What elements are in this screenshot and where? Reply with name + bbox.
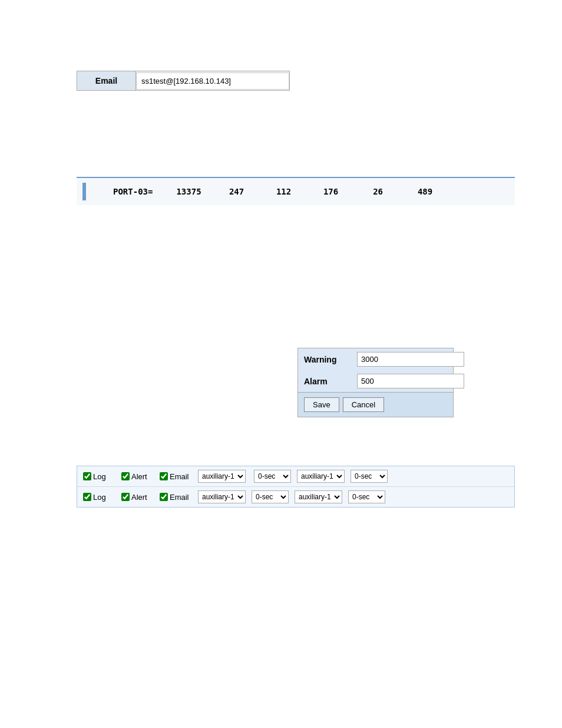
email-group-2: Email [160,493,192,502]
aux-select-2b[interactable]: auxiliary-1 auxiliary-2 auxiliary-3 [295,490,342,503]
alarm-label: Alarm [304,377,351,386]
checkbox-row-2: Log Alert Email auxiliary-1 auxiliary-2 … [77,487,514,507]
log-checkbox-2[interactable] [83,493,91,501]
aux-select-1a[interactable]: auxiliary-1 auxiliary-2 auxiliary-3 [198,470,246,483]
select-group-1c: auxiliary-1 auxiliary-2 auxiliary-3 [297,470,345,483]
alert-label-2: Alert [131,493,147,502]
email-label-2: Email [170,493,189,502]
warning-input[interactable] [357,352,464,367]
port-indicator-bar [82,183,86,200]
email-checkbox-1[interactable] [160,472,168,480]
save-button[interactable]: Save [304,397,339,412]
email-checkbox-2[interactable] [160,493,168,501]
select-group-1d: 0-sec 5-sec 10-sec 30-sec 60-sec [351,470,388,483]
select-group-2c: auxiliary-1 auxiliary-2 auxiliary-3 [295,490,342,503]
aux-select-2a[interactable]: auxiliary-1 auxiliary-2 auxiliary-3 [198,490,246,503]
port-val-2: 112 [272,187,296,196]
port-name: PORT-03= [113,187,153,196]
warning-label: Warning [304,355,351,364]
select-group-1a: auxiliary-1 auxiliary-2 auxiliary-3 [198,470,248,483]
cancel-button[interactable]: Cancel [343,397,384,412]
select-group-2a: auxiliary-1 auxiliary-2 auxiliary-3 [198,490,246,503]
warning-alarm-dialog: Warning Alarm Save Cancel [297,348,454,417]
aux-select-1b[interactable]: auxiliary-1 auxiliary-2 auxiliary-3 [297,470,345,483]
select-group-2d: 0-sec 5-sec 10-sec 30-sec 60-sec [348,490,385,503]
email-input[interactable] [136,73,289,90]
log-checkbox-1[interactable] [83,472,91,480]
email-section: Email [77,71,290,91]
sec-select-1b[interactable]: 0-sec 5-sec 10-sec 30-sec 60-sec [351,470,388,483]
port-val-4: 26 [366,187,390,196]
port-section: PORT-03= 13375 247 112 176 26 489 [77,177,515,205]
port-row: PORT-03= 13375 247 112 176 26 489 [113,187,437,196]
alert-checkbox-2[interactable] [121,493,130,501]
alarm-input[interactable] [357,374,464,388]
alert-group-2: Alert [121,493,154,502]
email-label: Email [77,71,136,90]
alarm-row: Alarm [298,370,453,392]
alert-checkbox-1[interactable] [121,472,130,480]
sec-select-2b[interactable]: 0-sec 5-sec 10-sec 30-sec 60-sec [348,490,385,503]
log-group-2: Log [83,493,115,502]
sec-select-1a[interactable]: 0-sec 5-sec 10-sec 30-sec 60-sec [254,470,291,483]
log-group-1: Log [83,472,115,481]
sec-select-2a[interactable]: 0-sec 5-sec 10-sec 30-sec 60-sec [252,490,289,503]
port-val-0: 13375 [176,187,201,196]
port-val-1: 247 [225,187,249,196]
alert-label-1: Alert [131,472,147,481]
email-label-1: Email [170,472,189,481]
checkbox-section: Log Alert Email auxiliary-1 auxiliary-2 … [77,466,515,508]
select-group-1b: 0-sec 5-sec 10-sec 30-sec 60-sec [254,470,291,483]
port-val-3: 176 [319,187,343,196]
alert-group-1: Alert [121,472,154,481]
warning-row: Warning [298,348,453,370]
email-group-1: Email [160,472,192,481]
dialog-buttons: Save Cancel [298,392,453,417]
port-val-5: 489 [414,187,437,196]
checkbox-row-1: Log Alert Email auxiliary-1 auxiliary-2 … [77,466,514,487]
select-group-2b: 0-sec 5-sec 10-sec 30-sec 60-sec [252,490,289,503]
log-label-2: Log [93,493,106,502]
log-label-1: Log [93,472,106,481]
